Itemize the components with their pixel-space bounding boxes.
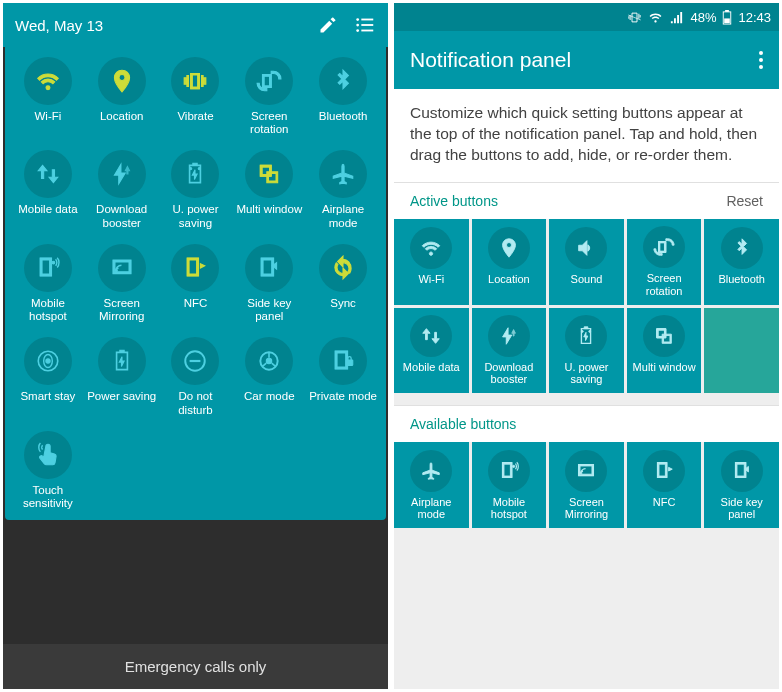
u-power-saving-icon — [171, 150, 219, 198]
power-saving-icon — [98, 337, 146, 385]
toggle-label: Airplane mode — [306, 203, 380, 229]
toggle-download-booster[interactable]: Download booster — [85, 150, 159, 229]
private-mode-icon — [319, 337, 367, 385]
toggle-side-key-panel[interactable]: Side key panel — [232, 244, 306, 323]
tile-screen-rotation[interactable]: Screen rotation — [627, 219, 702, 305]
wifi-status-icon — [648, 10, 663, 25]
empty-slot — [704, 308, 779, 394]
screen-mirroring-icon — [98, 244, 146, 292]
toggle-wifi[interactable]: Wi-Fi — [11, 57, 85, 136]
toggle-label: Sync — [328, 297, 358, 323]
tile-mobile-hotspot[interactable]: Mobile hotspot — [472, 442, 547, 528]
tile-label: Screen Mirroring — [551, 496, 622, 521]
toggle-label: Screen rotation — [232, 110, 306, 136]
wifi-icon — [410, 227, 452, 269]
page-title: Notification panel — [410, 48, 571, 72]
toggle-label: Smart stay — [18, 390, 77, 416]
battery-status-icon — [722, 10, 732, 25]
tile-download-booster[interactable]: Download booster — [472, 308, 547, 394]
active-buttons-label: Active buttons — [410, 193, 498, 209]
tile-bluetooth[interactable]: Bluetooth — [704, 219, 779, 305]
tile-side-key-panel[interactable]: Side key panel — [704, 442, 779, 528]
toggle-smart-stay[interactable]: Smart stay — [11, 337, 85, 416]
mobile-hotspot-icon — [24, 244, 72, 292]
list-icon[interactable] — [354, 14, 376, 36]
tile-label: Bluetooth — [718, 273, 764, 297]
toggle-bluetooth[interactable]: Bluetooth — [306, 57, 380, 136]
toggle-label: Bluetooth — [317, 110, 370, 136]
reset-button[interactable]: Reset — [726, 193, 763, 209]
airplane-mode-icon — [319, 150, 367, 198]
screen-mirroring-icon — [565, 450, 607, 492]
toggle-multi-window[interactable]: Multi window — [232, 150, 306, 229]
available-buttons-label: Available buttons — [410, 416, 516, 432]
toggle-label: Screen Mirroring — [85, 297, 159, 323]
tile-label: NFC — [653, 496, 676, 520]
tile-mobile-data[interactable]: Mobile data — [394, 308, 469, 394]
toggle-screen-mirroring[interactable]: Screen Mirroring — [85, 244, 159, 323]
toggle-nfc[interactable]: NFC — [159, 244, 233, 323]
signal-status-icon — [669, 10, 684, 25]
edit-icon[interactable] — [318, 15, 338, 35]
sync-icon — [319, 244, 367, 292]
tile-label: Side key panel — [706, 496, 777, 521]
description-text: Customize which quick setting buttons ap… — [394, 89, 779, 182]
toggle-label: Do not disturb — [159, 390, 233, 416]
toggle-touch-sensitivity[interactable]: Touch sensitivity — [11, 431, 85, 510]
clock-label: 12:43 — [738, 10, 771, 25]
toggle-sync[interactable]: Sync — [306, 244, 380, 323]
toggle-label: Private mode — [307, 390, 379, 416]
toggle-do-not-disturb[interactable]: Do not disturb — [159, 337, 233, 416]
available-buttons-header: Available buttons — [394, 405, 779, 442]
tile-sound[interactable]: Sound — [549, 219, 624, 305]
toggle-mobile-data[interactable]: Mobile data — [11, 150, 85, 229]
side-key-panel-icon — [721, 450, 763, 492]
smart-stay-icon — [24, 337, 72, 385]
toggle-screen-rotation[interactable]: Screen rotation — [232, 57, 306, 136]
status-bar-left: Wed, May 13 — [3, 3, 388, 47]
available-buttons-grid: Airplane modeMobile hotspotScreen Mirror… — [394, 442, 779, 528]
sound-icon — [565, 227, 607, 269]
do-not-disturb-icon — [171, 337, 219, 385]
toggle-mobile-hotspot[interactable]: Mobile hotspot — [11, 244, 85, 323]
tile-screen-mirroring[interactable]: Screen Mirroring — [549, 442, 624, 528]
toggle-vibrate[interactable]: Vibrate — [159, 57, 233, 136]
toggle-power-saving[interactable]: Power saving — [85, 337, 159, 416]
car-mode-icon — [245, 337, 293, 385]
airplane-mode-icon — [410, 450, 452, 492]
tile-label: U. power saving — [551, 361, 622, 386]
toggle-location[interactable]: Location — [85, 57, 159, 136]
tile-multi-window[interactable]: Multi window — [627, 308, 702, 394]
toggle-label: Mobile hotspot — [11, 297, 85, 323]
tile-label: Location — [488, 273, 530, 297]
notification-panel-settings: 48% 12:43 Notification panel Customize w… — [394, 3, 779, 689]
tile-u-power-saving[interactable]: U. power saving — [549, 308, 624, 394]
quick-settings-panel: Wed, May 13 Wi-FiLocationVibrateScreen r… — [3, 3, 388, 689]
date-label: Wed, May 13 — [15, 17, 103, 34]
u-power-saving-icon — [565, 315, 607, 357]
side-key-panel-icon — [245, 244, 293, 292]
title-bar: Notification panel — [394, 31, 779, 89]
toggle-private-mode[interactable]: Private mode — [306, 337, 380, 416]
toggle-u-power-saving[interactable]: U. power saving — [159, 150, 233, 229]
tile-nfc[interactable]: NFC — [627, 442, 702, 528]
tile-location[interactable]: Location — [472, 219, 547, 305]
mobile-data-icon — [24, 150, 72, 198]
toggle-airplane-mode[interactable]: Airplane mode — [306, 150, 380, 229]
tile-label: Mobile hotspot — [474, 496, 545, 521]
toggle-label: Side key panel — [232, 297, 306, 323]
tile-label: Screen rotation — [629, 272, 700, 297]
quick-settings-grid: Wi-FiLocationVibrateScreen rotationBluet… — [5, 47, 386, 520]
overflow-menu-icon[interactable] — [759, 51, 763, 69]
tile-wifi[interactable]: Wi-Fi — [394, 219, 469, 305]
toggle-car-mode[interactable]: Car mode — [232, 337, 306, 416]
location-icon — [488, 227, 530, 269]
emergency-calls-label: Emergency calls only — [3, 644, 388, 689]
toggle-label: Car mode — [242, 390, 297, 416]
toggle-label: Touch sensitivity — [11, 484, 85, 510]
toggle-label: NFC — [182, 297, 210, 323]
active-buttons-grid: Wi-FiLocationSoundScreen rotationBluetoo… — [394, 219, 779, 394]
location-icon — [98, 57, 146, 105]
vibrate-icon — [171, 57, 219, 105]
tile-airplane-mode[interactable]: Airplane mode — [394, 442, 469, 528]
